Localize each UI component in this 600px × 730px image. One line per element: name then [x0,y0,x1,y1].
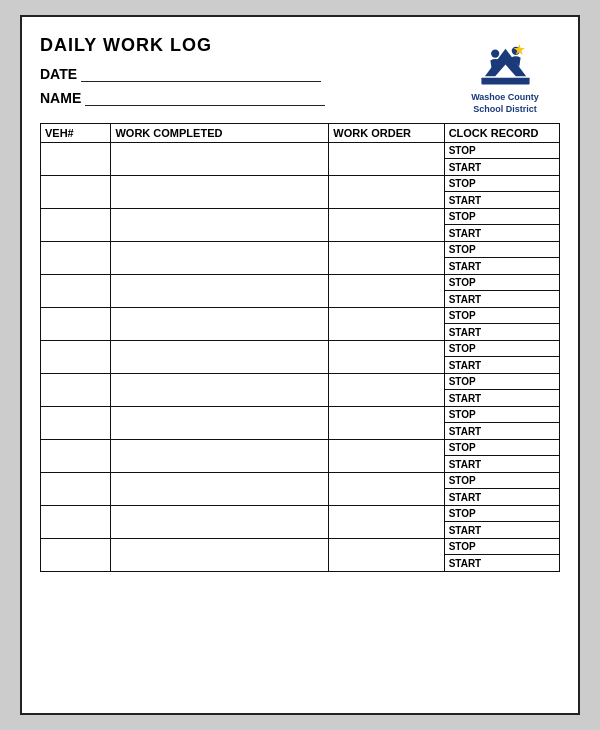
work-cell[interactable] [111,539,329,572]
clock-start-row[interactable]: START [445,258,559,274]
veh-cell[interactable] [41,275,111,308]
clock-start-row[interactable]: START [445,390,559,406]
clock-start-row[interactable]: START [445,522,559,538]
header-left: DAILY WORK LOG DATE NAME [40,35,450,114]
table-row: STOPSTART [41,341,560,374]
veh-cell[interactable] [41,341,111,374]
order-cell[interactable] [329,341,444,374]
clock-start-row[interactable]: START [445,192,559,208]
logo-area: Washoe CountySchool District [450,35,560,115]
veh-cell[interactable] [41,209,111,242]
clock-start-row[interactable]: START [445,324,559,340]
clock-stop-row[interactable]: STOP [445,440,559,456]
svg-point-1 [491,49,499,57]
clock-stop-row[interactable]: STOP [445,473,559,489]
table-header-row: VEH# WORK COMPLETED WORK ORDER CLOCK REC… [41,124,560,143]
clock-stop-row[interactable]: STOP [445,374,559,390]
order-cell[interactable] [329,374,444,407]
order-cell[interactable] [329,440,444,473]
clock-cell: STOPSTART [444,506,559,539]
clock-start-row[interactable]: START [445,423,559,439]
date-label: DATE [40,66,77,82]
clock-stop-row[interactable]: STOP [445,275,559,291]
clock-cell: STOPSTART [444,440,559,473]
clock-stop-row[interactable]: STOP [445,242,559,258]
clock-start-row[interactable]: START [445,225,559,241]
work-cell[interactable] [111,242,329,275]
date-field: DATE [40,66,450,82]
order-cell[interactable] [329,473,444,506]
table-row: STOPSTART [41,473,560,506]
clock-stop-row[interactable]: STOP [445,143,559,159]
table-row: STOPSTART [41,176,560,209]
order-cell[interactable] [329,176,444,209]
table-row: STOPSTART [41,275,560,308]
order-cell[interactable] [329,308,444,341]
clock-stop-row[interactable]: STOP [445,407,559,423]
col-header-clock: CLOCK RECORD [444,124,559,143]
order-cell[interactable] [329,539,444,572]
clock-stop-row[interactable]: STOP [445,176,559,192]
work-cell[interactable] [111,176,329,209]
veh-cell[interactable] [41,440,111,473]
clock-stop-row[interactable]: STOP [445,209,559,225]
veh-cell[interactable] [41,407,111,440]
name-field: NAME [40,90,450,106]
clock-start-row[interactable]: START [445,291,559,307]
work-cell[interactable] [111,440,329,473]
order-cell[interactable] [329,209,444,242]
clock-start-row[interactable]: START [445,555,559,571]
col-header-work: WORK COMPLETED [111,124,329,143]
clock-cell: STOPSTART [444,143,559,176]
veh-cell[interactable] [41,473,111,506]
clock-stop-row[interactable]: STOP [445,539,559,555]
work-cell[interactable] [111,209,329,242]
work-cell[interactable] [111,374,329,407]
work-cell[interactable] [111,143,329,176]
order-cell[interactable] [329,242,444,275]
work-cell[interactable] [111,275,329,308]
veh-cell[interactable] [41,242,111,275]
veh-cell[interactable] [41,176,111,209]
veh-cell[interactable] [41,539,111,572]
order-cell[interactable] [329,143,444,176]
work-cell[interactable] [111,506,329,539]
page: DAILY WORK LOG DATE NAME [20,15,580,715]
clock-stop-row[interactable]: STOP [445,506,559,522]
clock-cell: STOPSTART [444,473,559,506]
table-row: STOPSTART [41,209,560,242]
page-title: DAILY WORK LOG [40,35,450,56]
name-underline [85,90,325,106]
order-cell[interactable] [329,407,444,440]
name-label: NAME [40,90,81,106]
clock-stop-row[interactable]: STOP [445,341,559,357]
table-row: STOPSTART [41,407,560,440]
table-row: STOPSTART [41,506,560,539]
header: DAILY WORK LOG DATE NAME [40,35,560,115]
clock-cell: STOPSTART [444,242,559,275]
table-row: STOPSTART [41,308,560,341]
clock-cell: STOPSTART [444,209,559,242]
veh-cell[interactable] [41,374,111,407]
veh-cell[interactable] [41,506,111,539]
clock-cell: STOPSTART [444,308,559,341]
work-cell[interactable] [111,473,329,506]
veh-cell[interactable] [41,308,111,341]
clock-start-row[interactable]: START [445,489,559,505]
clock-cell: STOPSTART [444,539,559,572]
table-row: STOPSTART [41,440,560,473]
veh-cell[interactable] [41,143,111,176]
clock-cell: STOPSTART [444,275,559,308]
clock-start-row[interactable]: START [445,357,559,373]
clock-cell: STOPSTART [444,407,559,440]
order-cell[interactable] [329,506,444,539]
clock-start-row[interactable]: START [445,456,559,472]
clock-cell: STOPSTART [444,176,559,209]
work-cell[interactable] [111,407,329,440]
clock-start-row[interactable]: START [445,159,559,175]
work-cell[interactable] [111,308,329,341]
clock-stop-row[interactable]: STOP [445,308,559,324]
work-cell[interactable] [111,341,329,374]
order-cell[interactable] [329,275,444,308]
table-row: STOPSTART [41,374,560,407]
